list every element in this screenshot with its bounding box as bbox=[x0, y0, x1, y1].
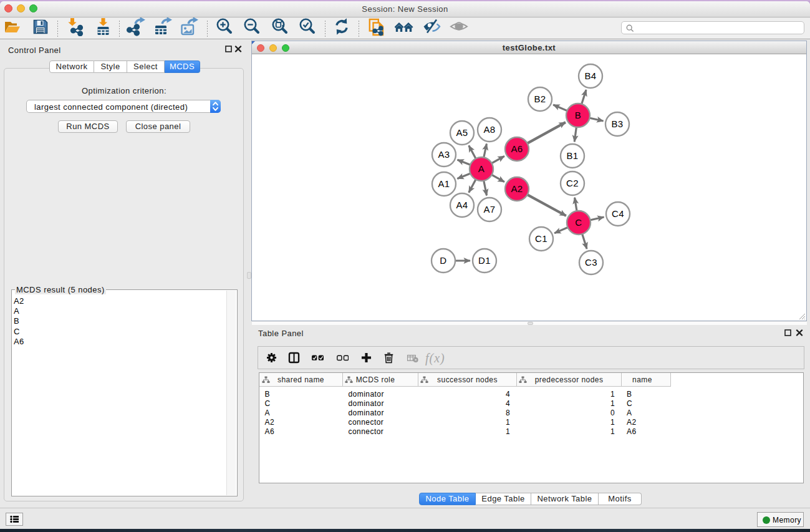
svg-text:B4: B4 bbox=[584, 70, 596, 81]
svg-text:C2: C2 bbox=[566, 178, 579, 188]
svg-text:C4: C4 bbox=[612, 208, 624, 219]
svg-text:A1: A1 bbox=[438, 178, 450, 189]
svg-text:B3: B3 bbox=[611, 118, 623, 129]
svg-text:B1: B1 bbox=[566, 150, 578, 161]
svg-text:C1: C1 bbox=[535, 233, 547, 244]
svg-text:A3: A3 bbox=[438, 149, 450, 160]
svg-text:C3: C3 bbox=[585, 257, 597, 268]
svg-text:D1: D1 bbox=[478, 255, 491, 266]
svg-text:D: D bbox=[440, 255, 446, 266]
svg-text:A4: A4 bbox=[456, 200, 468, 210]
svg-text:A5: A5 bbox=[456, 127, 468, 138]
svg-text:A7: A7 bbox=[483, 204, 495, 215]
svg-text:C: C bbox=[575, 217, 582, 228]
svg-text:A8: A8 bbox=[483, 124, 495, 135]
svg-text:A: A bbox=[478, 163, 485, 174]
svg-text:B2: B2 bbox=[534, 94, 546, 104]
svg-text:A2: A2 bbox=[511, 183, 523, 194]
svg-text:A6: A6 bbox=[511, 143, 523, 154]
svg-text:B: B bbox=[575, 110, 581, 120]
